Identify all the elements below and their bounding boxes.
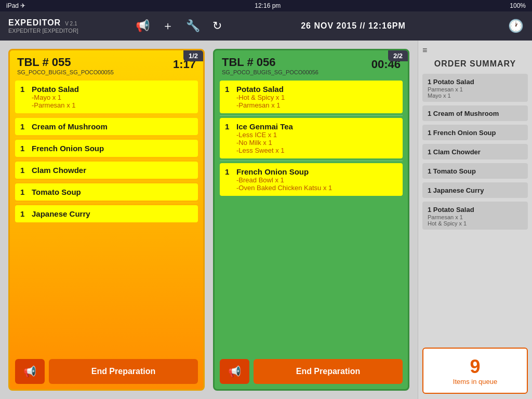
summary-modifier: Mayo x 1 [428, 92, 523, 99]
summary-modifier: Hot & Spicy x 1 [428, 220, 523, 227]
item-modifier: -Parmesan x 1 [20, 101, 193, 109]
queue-box: 9 Items in queue [422, 348, 528, 394]
status-bar-left: iPad ✈ [6, 2, 25, 9]
ticket-item-row: 1 Cream of Mushroom [20, 122, 193, 131]
ticket-item-row: 1 Japanese Curry [20, 209, 193, 218]
item-name: Ice Genmai Tea [236, 122, 293, 131]
item-qty: 1 [20, 122, 28, 131]
list-item: 1 Cream of Mushroom [422, 105, 528, 121]
summary-name: Potato Salad [433, 206, 474, 214]
ticket-1-footer: 📢 End Preparation [10, 354, 203, 389]
status-bar: iPad ✈ 12:16 pm 100% [0, 0, 532, 11]
summary-name: Cream of Mushroom [433, 110, 499, 117]
item-name: Potato Salad [32, 85, 79, 94]
ticket-1-items: 1 Potato Salad -Mayo x 1 -Parmesan x 1 1… [10, 78, 203, 354]
main-content: TBL # 055 SG_POCO_BUGIS_SG_POCO00055 1:1… [0, 41, 532, 399]
menu-icon: ≡ [422, 46, 427, 55]
list-item: 1 French Onion Soup -Bread Bowl x 1 -Ove… [220, 163, 403, 196]
header: EXPEDITOR V 2.1 EXPEDITER [EXPEDITOR] 📢 … [0, 11, 532, 41]
item-qty: 1 [225, 85, 232, 94]
ticket-item-row: 1 French Onion Soup [20, 144, 193, 153]
item-qty: 1 [20, 166, 28, 175]
alert-button-2[interactable]: 📢 [220, 359, 249, 384]
item-qty: 1 [225, 167, 232, 176]
ticket-2-info: TBL # 056 SG_POCO_BUGIS_SG_POCO00056 [222, 56, 318, 75]
ticket-1-header: TBL # 055 SG_POCO_BUGIS_SG_POCO00055 1:1… [10, 50, 203, 78]
item-name: Japanese Curry [32, 209, 90, 218]
list-item: 1 Potato Salad -Mayo x 1 -Parmesan x 1 [15, 81, 198, 113]
end-preparation-button-2[interactable]: End Preparation [254, 359, 403, 384]
item-modifier: -Mayo x 1 [20, 94, 193, 101]
megaphone-icon[interactable]: 📢 [136, 19, 150, 33]
list-item: 1 Japanese Curry [15, 205, 198, 222]
list-item: 1 Clam Chowder [15, 162, 198, 179]
list-item: 1 Cream of Mushroom [15, 118, 198, 135]
ticket-2-badge: 2/2 [388, 50, 408, 61]
plus-icon[interactable]: ＋ [162, 18, 174, 34]
brand-subtitle: EXPEDITER [EXPEDITOR] [8, 28, 91, 34]
clock-icon[interactable]: 🕐 [508, 19, 524, 33]
summary-item-row: 1 Clam Chowder [428, 147, 523, 156]
brand-title: EXPEDITOR [8, 18, 61, 28]
ticket-card-2: TBL # 056 SG_POCO_BUGIS_SG_POCO00056 00:… [213, 49, 409, 391]
item-qty: 1 [20, 144, 28, 153]
item-name: Potato Salad [236, 85, 284, 94]
ticket-1-table-id: SG_POCO_BUGIS_SG_POCO00055 [17, 69, 114, 75]
summary-item-row: 1 Tomato Soup [428, 166, 523, 176]
ticket-item-row: 1 Clam Chowder [20, 166, 193, 175]
summary-modifier: Parmesan x 1 [428, 214, 523, 220]
list-item: 1 Potato Salad -Hot & Spicy x 1 -Parmesa… [220, 81, 403, 113]
ticket-1-badge: 1/2 [183, 50, 203, 61]
list-item: 1 Ice Genmai Tea -Less ICE x 1 -No Milk … [220, 118, 403, 158]
list-item: 1 French Onion Soup [422, 125, 528, 140]
summary-modifier: Parmesan x 1 [428, 86, 523, 92]
header-icons: 📢 ＋ 🔧 ↻ [91, 18, 266, 34]
summary-name: Tomato Soup [433, 167, 476, 175]
summary-item-row: 1 Cream of Mushroom [428, 109, 523, 118]
header-right: 🕐 [441, 19, 524, 33]
panels-area: TBL # 055 SG_POCO_BUGIS_SG_POCO00055 1:1… [0, 41, 418, 399]
order-summary-sidebar: ≡ ORDER SUMMARY 1 Potato Salad Parmesan … [418, 41, 532, 399]
ticket-card-1: TBL # 055 SG_POCO_BUGIS_SG_POCO00055 1:1… [8, 49, 205, 391]
list-item: 1 Potato Salad Parmesan x 1 Mayo x 1 [422, 74, 528, 102]
status-bar-time: 12:16 pm [255, 2, 281, 9]
summary-qty: 1 [428, 206, 433, 214]
list-item: 1 Clam Chowder [422, 144, 528, 159]
end-preparation-button-1[interactable]: End Preparation [49, 359, 198, 384]
item-qty: 1 [225, 122, 232, 131]
summary-qty: 1 [428, 148, 433, 156]
status-bar-right: 100% [510, 2, 526, 9]
summary-name: Potato Salad [433, 78, 474, 86]
ticket-2-footer: 📢 End Preparation [215, 354, 408, 389]
list-item: 1 Japanese Curry [422, 182, 528, 198]
ticket-2-table-id: SG_POCO_BUGIS_SG_POCO00056 [222, 69, 318, 75]
ticket-1-info: TBL # 055 SG_POCO_BUGIS_SG_POCO00055 [17, 56, 114, 75]
summary-name: Clam Chowder [433, 148, 481, 156]
brand-version: V 2.1 [65, 21, 77, 26]
summary-item-row: 1 Potato Salad [428, 77, 523, 86]
item-modifier: -Bread Bowl x 1 [225, 176, 397, 184]
ticket-item-row: 1 Tomato Soup [20, 188, 193, 196]
item-qty: 1 [20, 209, 28, 218]
item-modifier: -No Milk x 1 [225, 139, 397, 147]
item-modifier: -Less Sweet x 1 [225, 147, 397, 154]
ticket-2-table-number: TBL # 056 [222, 56, 318, 69]
list-item: 1 Tomato Soup [422, 163, 528, 179]
alert-button-1[interactable]: 📢 [15, 359, 45, 384]
summary-qty: 1 [428, 110, 433, 117]
brand-section: EXPEDITOR V 2.1 EXPEDITER [EXPEDITOR] [8, 18, 91, 34]
ticket-item-row: 1 Potato Salad [20, 85, 193, 94]
item-qty: 1 [20, 85, 28, 94]
ipad-label: iPad ✈ [6, 2, 25, 9]
list-item: 1 French Onion Soup [15, 140, 198, 157]
wrench-icon[interactable]: 🔧 [186, 19, 200, 33]
battery-label: 100% [510, 2, 526, 9]
refresh-icon[interactable]: ↻ [212, 19, 222, 33]
ticket-2-header: TBL # 056 SG_POCO_BUGIS_SG_POCO00056 00:… [215, 50, 408, 78]
item-name: Clam Chowder [32, 166, 86, 175]
order-summary-title: ORDER SUMMARY [422, 59, 528, 69]
item-qty: 1 [20, 188, 28, 196]
ticket-item-row: 1 French Onion Soup [225, 167, 397, 176]
ticket-2-items: 1 Potato Salad -Hot & Spicy x 1 -Parmesa… [215, 78, 408, 354]
summary-item-row: 1 French Onion Soup [428, 128, 523, 137]
